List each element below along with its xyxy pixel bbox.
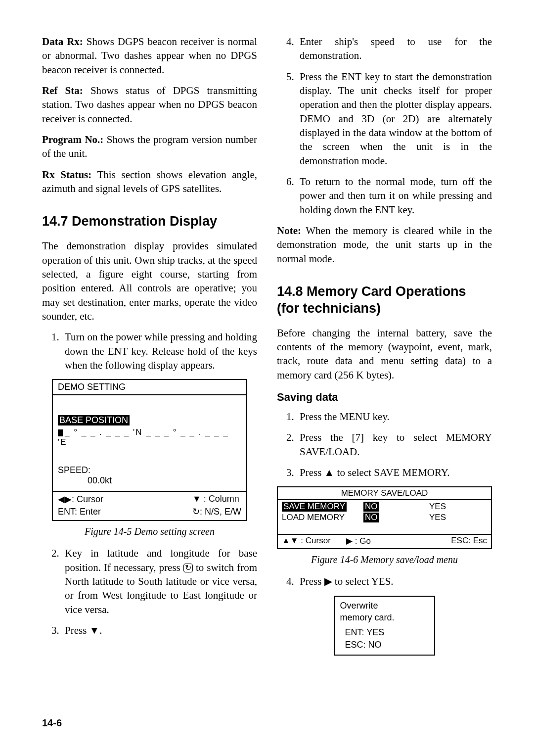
step-3: Press ▼. (62, 623, 257, 637)
demo-title: DEMO SETTING (53, 380, 246, 395)
right-column: Enter ship's speed to use for the demons… (277, 35, 492, 656)
steps-14-8a: Press the MENU key. Press the [7] key to… (277, 410, 492, 479)
figure-14-5-caption: Figure 14-5 Demo setting screen (42, 526, 257, 537)
memory-save-load-menu: MEMORY SAVE/LOAD SAVE MEMORY NO YES LOAD… (277, 486, 492, 549)
subheading-saving-data: Saving data (277, 391, 492, 404)
overwrite-message: Overwrite memory card. (340, 600, 429, 624)
step-6: To return to the normal mode, turn off t… (297, 175, 492, 217)
mem-title: MEMORY SAVE/LOAD (278, 487, 491, 500)
speed-label: SPEED: (58, 465, 241, 475)
demo-setting-screen: DEMO SETTING BASE POSITION _ ° _ _ . _ _… (52, 379, 247, 521)
save-no-option: NO (363, 502, 379, 512)
note-label: Note: (277, 225, 301, 236)
hint-cursor: ◀▶: Cursor (58, 494, 103, 505)
overwrite-dialog: Overwrite memory card. ENT: YES ESC: NO (334, 596, 435, 656)
term: Data Rx: (42, 36, 83, 47)
demo-body: BASE POSITION _ ° _ _ . _ _ _ 'N _ _ _ °… (53, 395, 246, 491)
step-148-4: Press ▶ to select YES. (297, 574, 492, 588)
def-data-rx: Data Rx: Shows DGPS beacon receiver is n… (42, 35, 257, 77)
step-148-2: Press the [7] key to select MEMORY SAVE/… (297, 430, 492, 459)
term: Rx Status: (42, 169, 91, 181)
save-yes-option: YES (413, 501, 462, 512)
cursor-block-icon (58, 429, 63, 436)
overwrite-line2: memory card. (340, 612, 429, 623)
speed-block: SPEED: 00.0kt (58, 465, 241, 486)
load-no-option: NO (363, 513, 379, 522)
term: Program No.: (42, 134, 103, 145)
load-memory-label: LOAD MEMORY (282, 512, 363, 523)
steps-14-7b: Key in latitude and longitude for base p… (42, 546, 257, 637)
step-1: Turn on the power while pressing and hol… (62, 330, 257, 372)
demo-footer: ◀▶: Cursor ENT: Enter ▼ : Column ↻: N/S,… (53, 491, 246, 520)
mem-body: SAVE MEMORY NO YES LOAD MEMORY NO YES (278, 500, 491, 534)
step-2: Key in latitude and longitude for base p… (62, 546, 257, 616)
note-14-7: Note: When the memory is cleared while i… (277, 224, 492, 266)
step-4: Enter ship's speed to use for the demons… (297, 35, 492, 63)
step-148-3: Press ▲ to select SAVE MEMORY. (297, 466, 492, 479)
intro-14-7: The demonstration display provides simul… (42, 239, 257, 323)
position-line: _ ° _ _ . _ _ _ 'N _ _ _ ° _ _ . _ _ _ '… (58, 427, 241, 447)
hint-enter: ENT: Enter (58, 507, 103, 517)
speed-value: 00.0kt (88, 475, 241, 486)
page: Data Rx: Shows DGPS beacon receiver is n… (0, 0, 534, 756)
step-5: Press the ENT key to start the demonstra… (297, 70, 492, 168)
hint-nsew: ↻: N/S, E/W (192, 506, 241, 517)
steps-14-7c: Enter ship's speed to use for the demons… (277, 35, 492, 217)
heading-14-8: 14.8 Memory Card Operations (for technic… (277, 284, 492, 317)
note-text: When the memory is cleared while in the … (277, 225, 492, 265)
steps-14-8b: Press ▶ to select YES. (277, 574, 492, 588)
demo-footer-right: ▼ : Column ↻: N/S, E/W (192, 494, 241, 517)
steps-14-7a: Turn on the power while pressing and hol… (42, 330, 257, 372)
def-program-no: Program No.: Shows the program version n… (42, 133, 257, 161)
demo-footer-left: ◀▶: Cursor ENT: Enter (58, 494, 103, 517)
def-rx-status: Rx Status: This section shows elevation … (42, 168, 257, 196)
mem-hint-cursor: ▲▼ : Cursor (282, 536, 346, 546)
mem-hint-go: ▶ : Go (346, 536, 438, 546)
two-column-layout: Data Rx: Shows DGPS beacon receiver is n… (42, 35, 492, 656)
mem-footer: ▲▼ : Cursor ▶ : Go ESC: Esc (278, 534, 491, 548)
intro-14-8: Before changing the internal battery, sa… (277, 326, 492, 382)
overwrite-esc-no: ESC: NO (345, 639, 429, 651)
overwrite-ent-yes: ENT: YES (345, 626, 429, 638)
mem-row-load: LOAD MEMORY NO YES (282, 512, 487, 523)
cycle-key-icon: ↻ (183, 564, 193, 572)
def-ref-sta: Ref Sta: Shows status of DPGS transmitti… (42, 84, 257, 126)
hint-column: ▼ : Column (192, 494, 241, 504)
step-148-1: Press the MENU key. (297, 410, 492, 424)
base-position-label: BASE POSITION (58, 415, 130, 425)
mem-row-save: SAVE MEMORY NO YES (282, 501, 487, 512)
overwrite-line1: Overwrite (340, 600, 429, 612)
term: Ref Sta: (42, 85, 83, 96)
figure-14-6-caption: Figure 14-6 Memory save/load menu (277, 554, 492, 566)
left-column: Data Rx: Shows DGPS beacon receiver is n… (42, 35, 257, 656)
overwrite-options: ENT: YES ESC: NO (340, 626, 429, 651)
pos-text: _ ° _ _ . _ _ _ 'N _ _ _ ° _ _ . _ _ _ '… (58, 427, 229, 447)
save-memory-label: SAVE MEMORY (282, 502, 347, 512)
page-number: 14-6 (42, 717, 62, 729)
heading-14-7: 14.7 Demonstration Display (42, 213, 257, 230)
load-yes-option: YES (413, 512, 462, 523)
mem-hint-esc: ESC: Esc (438, 536, 487, 546)
